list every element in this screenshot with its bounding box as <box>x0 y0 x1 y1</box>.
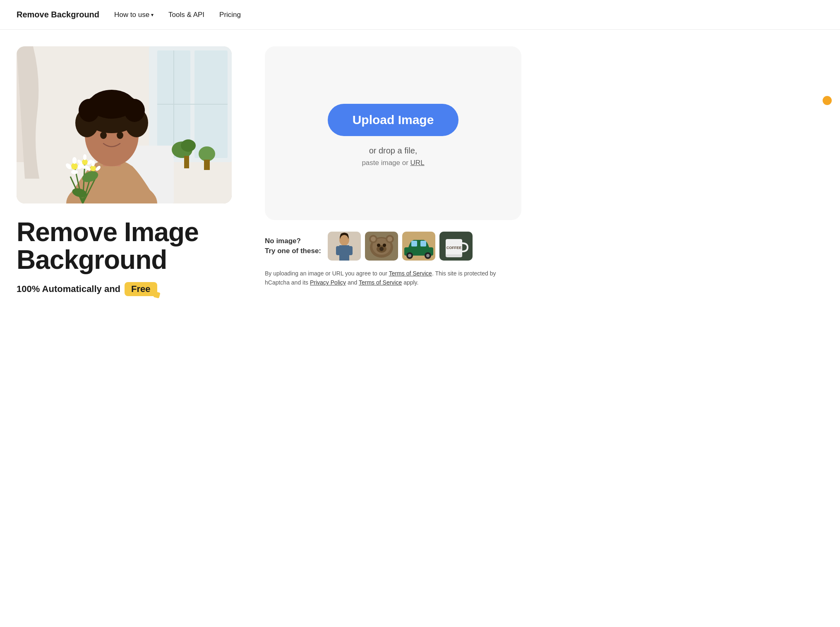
upload-image-button[interactable]: Upload Image <box>328 104 459 136</box>
svg-point-8 <box>181 139 196 152</box>
sample-images-list: COFFEE <box>328 232 521 261</box>
free-badge: Free <box>125 282 157 296</box>
url-link[interactable]: URL <box>410 159 425 167</box>
svg-point-35 <box>71 170 78 174</box>
sample-image-mug[interactable]: COFFEE <box>439 232 473 261</box>
nav-link-pricing[interactable]: Pricing <box>219 11 241 19</box>
svg-rect-75 <box>411 241 417 246</box>
orange-dot-decoration <box>823 96 832 105</box>
navbar: Remove Background How to use ▾ Tools & A… <box>0 0 840 30</box>
svg-rect-76 <box>420 241 426 246</box>
hero-subtext: 100% Automatically and Free <box>17 282 240 296</box>
svg-point-72 <box>379 247 384 251</box>
terms-of-service-link-2[interactable]: Terms of Service <box>359 279 402 286</box>
svg-rect-11 <box>204 160 210 170</box>
svg-rect-9 <box>184 156 189 168</box>
terms-of-service-link-1[interactable]: Terms of Service <box>389 270 432 277</box>
svg-point-33 <box>72 157 77 164</box>
svg-point-37 <box>82 159 88 165</box>
chevron-down-icon: ▾ <box>151 12 154 18</box>
svg-text:COFFEE: COFFEE <box>446 246 462 250</box>
svg-point-10 <box>199 146 215 161</box>
svg-rect-61 <box>348 246 353 255</box>
sample-images-row: No image? Try one of these: <box>265 232 521 261</box>
svg-point-21 <box>100 132 107 139</box>
svg-point-79 <box>408 254 411 257</box>
left-panel: Remove Image Background 100% Automatical… <box>17 46 240 627</box>
paste-text: paste image or URL <box>362 159 424 167</box>
upload-dropzone[interactable]: Upload Image or drop a file, paste image… <box>265 46 521 220</box>
svg-point-22 <box>117 132 123 139</box>
sample-image-car[interactable] <box>402 232 435 261</box>
svg-point-46 <box>90 165 96 171</box>
no-image-text: No image? Try one of these: <box>265 236 321 256</box>
sample-image-bear[interactable] <box>365 232 398 261</box>
hero-heading: Remove Image Background <box>17 218 240 274</box>
nav-link-tools-api[interactable]: Tools & API <box>168 11 204 19</box>
svg-point-71 <box>383 244 386 247</box>
terms-text: By uploading an image or URL you agree t… <box>265 269 521 287</box>
svg-rect-83 <box>446 254 462 257</box>
svg-point-68 <box>387 237 392 242</box>
svg-point-28 <box>71 163 78 170</box>
svg-point-80 <box>426 254 430 257</box>
nav-link-how-to-use[interactable]: How to use ▾ <box>114 11 154 19</box>
nav-brand[interactable]: Remove Background <box>17 10 99 19</box>
svg-point-70 <box>377 244 380 247</box>
privacy-policy-link[interactable]: Privacy Policy <box>310 279 346 286</box>
right-panel: Upload Image or drop a file, paste image… <box>265 46 823 627</box>
main-content: Remove Image Background 100% Automatical… <box>0 30 840 627</box>
hero-image <box>17 46 232 203</box>
svg-point-20 <box>89 90 134 119</box>
svg-rect-60 <box>336 246 341 255</box>
svg-point-42 <box>83 154 86 160</box>
drop-file-text: or drop a file, <box>369 146 418 156</box>
sample-image-woman[interactable] <box>328 232 361 261</box>
svg-point-67 <box>371 237 376 242</box>
svg-point-51 <box>91 160 95 166</box>
